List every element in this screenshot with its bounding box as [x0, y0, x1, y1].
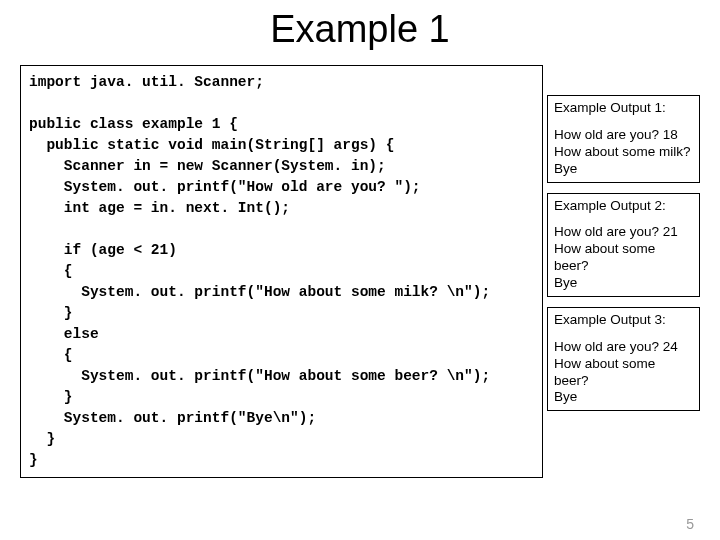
output-line: How about some milk? [554, 144, 693, 161]
output-line: How about some beer? [554, 356, 693, 390]
output-box-2: Example Output 2: How old are you? 21 Ho… [547, 193, 700, 297]
slide-title: Example 1 [20, 8, 700, 51]
output-line: How about some beer? [554, 241, 693, 275]
code-block: import java. util. Scanner; public class… [20, 65, 543, 478]
output-line: Bye [554, 161, 693, 178]
output-line: How old are you? 18 [554, 127, 693, 144]
output-header: Example Output 3: [554, 312, 693, 329]
output-header: Example Output 2: [554, 198, 693, 215]
page-number: 5 [686, 516, 694, 532]
output-line: Bye [554, 389, 693, 406]
slide: Example 1 import java. util. Scanner; pu… [0, 0, 720, 540]
output-box-1: Example Output 1: How old are you? 18 Ho… [547, 95, 700, 183]
output-line: Bye [554, 275, 693, 292]
output-box-3: Example Output 3: How old are you? 24 Ho… [547, 307, 700, 411]
output-column: Example Output 1: How old are you? 18 Ho… [547, 95, 700, 411]
output-line: How old are you? 21 [554, 224, 693, 241]
output-header: Example Output 1: [554, 100, 693, 117]
output-line: How old are you? 24 [554, 339, 693, 356]
